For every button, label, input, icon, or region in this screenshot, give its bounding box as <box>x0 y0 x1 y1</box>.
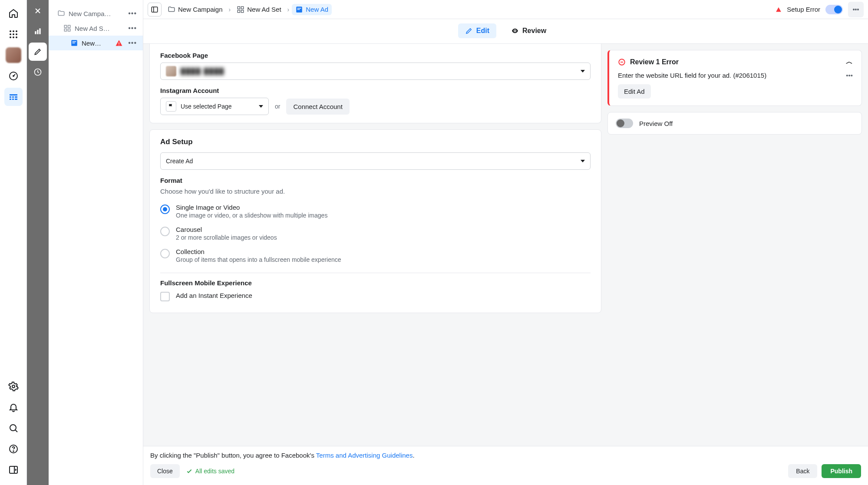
tree-ad-menu[interactable]: ••• <box>126 39 139 47</box>
tree-ad[interactable]: New… ••• <box>49 36 143 50</box>
crumb-campaign-label: New Campaign <box>178 6 223 13</box>
svg-rect-16 <box>12 99 14 100</box>
ig-select[interactable]: Use selected Page <box>160 98 269 115</box>
terms-link[interactable]: Terms and Advertising Guidelines <box>316 452 413 459</box>
svg-rect-31 <box>68 29 70 31</box>
svg-rect-45 <box>297 9 300 10</box>
tree-campaign-menu[interactable]: ••• <box>126 10 139 17</box>
ads-manager-icon[interactable] <box>4 88 23 106</box>
error-triangle-icon <box>776 7 782 13</box>
chevron-down-icon <box>259 105 263 108</box>
svg-rect-40 <box>241 7 244 9</box>
opt2-sub: 2 or more scrollable images or videos <box>176 234 277 241</box>
svg-point-21 <box>13 451 14 452</box>
crumb-adset-label: New Ad Set <box>247 6 281 13</box>
search-icon[interactable] <box>4 419 23 437</box>
crumb-adset[interactable]: New Ad Set <box>233 4 284 15</box>
svg-rect-12 <box>10 96 11 98</box>
format-label: Format <box>160 177 591 184</box>
svg-point-7 <box>13 36 14 38</box>
fb-page-select[interactable]: ████ ████ <box>160 63 591 80</box>
apps-icon[interactable] <box>4 25 23 43</box>
gauge-icon[interactable] <box>4 67 23 85</box>
preview-toggle[interactable] <box>616 119 633 128</box>
radio-carousel[interactable] <box>160 227 170 236</box>
svg-rect-28 <box>64 25 66 27</box>
svg-rect-24 <box>35 31 36 34</box>
svg-point-0 <box>10 30 11 32</box>
svg-rect-15 <box>10 99 11 100</box>
close-button[interactable]: Close <box>150 464 180 478</box>
help-icon[interactable] <box>4 440 23 458</box>
preview-label: Preview Off <box>639 120 673 127</box>
format-single[interactable]: Single Image or Video One image or video… <box>160 200 591 222</box>
terms-line: By clicking the "Publish" button, you ag… <box>150 452 861 459</box>
avatar[interactable] <box>4 46 23 64</box>
saved-status: All edits saved <box>186 468 234 475</box>
tree-ad-label: New… <box>82 40 112 47</box>
tab-review[interactable]: Review <box>504 23 553 38</box>
svg-rect-36 <box>119 45 119 46</box>
svg-point-5 <box>16 33 17 35</box>
connect-account-button[interactable]: Connect Account <box>286 99 349 115</box>
chevron-down-icon <box>581 70 585 73</box>
svg-rect-30 <box>64 29 66 31</box>
svg-point-8 <box>16 36 17 38</box>
subtabs: Edit Review <box>143 19 868 44</box>
fb-page-label: Facebook Page <box>160 52 591 59</box>
svg-rect-11 <box>10 94 17 96</box>
tree-campaign[interactable]: New Campa… ••• <box>49 6 143 21</box>
ad-setup-select[interactable]: Create Ad <box>160 152 591 170</box>
settings-icon[interactable] <box>4 377 23 396</box>
tree-adset-menu[interactable]: ••• <box>126 24 139 32</box>
ad-setup-card: Ad Setup Create Ad Format Choose how you… <box>149 129 601 313</box>
flag-icon <box>166 101 176 112</box>
footer: By clicking the "Publish" button, you ag… <box>143 446 868 485</box>
chart-icon[interactable] <box>29 22 47 40</box>
tab-edit[interactable]: Edit <box>458 23 496 38</box>
status-toggle[interactable] <box>825 5 843 14</box>
crumb-campaign[interactable]: New Campaign <box>164 4 226 15</box>
bell-icon[interactable] <box>4 398 23 416</box>
home-icon[interactable] <box>4 4 23 23</box>
history-icon[interactable] <box>29 63 47 81</box>
tree-adset[interactable]: New Ad S… ••• <box>49 21 143 36</box>
chevron-down-icon <box>581 160 585 162</box>
opt2-title: Carousel <box>176 226 277 233</box>
header: New Campaign › New Ad Set › New Ad Setup… <box>143 0 868 19</box>
identity-card: Facebook Page ████ ████ Instagram Accoun… <box>149 44 601 123</box>
setup-error-label: Setup Error <box>787 6 820 13</box>
ig-select-label: Use selected Page <box>181 103 232 110</box>
opt3-sub: Group of items that opens into a fullscr… <box>176 256 341 263</box>
close-icon[interactable] <box>29 2 47 20</box>
crumb-ad[interactable]: New Ad <box>292 4 332 15</box>
svg-rect-13 <box>12 96 14 98</box>
panel-toggle-icon[interactable] <box>148 3 162 16</box>
radio-single[interactable] <box>160 205 170 214</box>
chevron-up-icon[interactable]: ︿ <box>846 57 853 66</box>
publish-button[interactable]: Publish <box>822 464 861 478</box>
svg-point-18 <box>12 385 15 388</box>
instant-exp-checkbox[interactable] <box>160 292 170 301</box>
format-collection[interactable]: Collection Group of items that opens int… <box>160 244 591 267</box>
tree-adset-label: New Ad S… <box>75 25 123 32</box>
opt3-title: Collection <box>176 248 341 255</box>
review-item-menu[interactable]: ••• <box>846 72 853 79</box>
ig-label: Instagram Account <box>160 87 591 94</box>
radio-collection[interactable] <box>160 249 170 258</box>
crumb-sep: › <box>229 6 231 13</box>
format-carousel[interactable]: Carousel 2 or more scrollable images or … <box>160 222 591 244</box>
svg-point-6 <box>10 36 11 38</box>
more-icon[interactable]: ••• <box>848 2 864 17</box>
back-button[interactable]: Back <box>788 464 817 478</box>
review-error-card: Review 1 Error ︿ Enter the website URL f… <box>607 50 862 106</box>
form-column: Facebook Page ████ ████ Instagram Accoun… <box>143 44 607 446</box>
tab-review-label: Review <box>522 27 546 35</box>
panel-icon[interactable] <box>4 461 23 479</box>
edit-ad-button[interactable]: Edit Ad <box>618 84 651 99</box>
edit-icon[interactable] <box>29 43 47 61</box>
crumb-ad-label: New Ad <box>306 6 328 13</box>
ad-setup-title: Ad Setup <box>160 138 591 146</box>
svg-rect-29 <box>68 25 70 27</box>
main-content: New Campaign › New Ad Set › New Ad Setup… <box>143 0 868 485</box>
